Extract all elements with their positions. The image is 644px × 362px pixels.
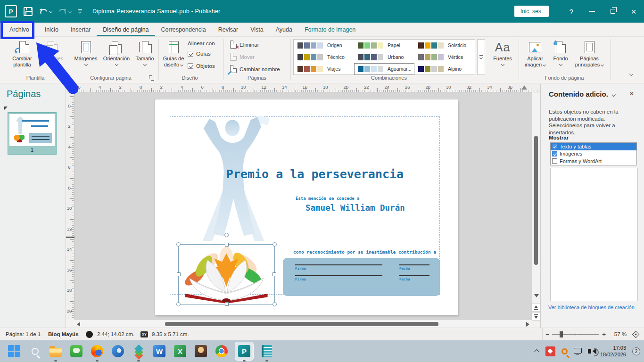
margins-button[interactable]: Márgenes: [72, 39, 100, 66]
zoom-out-button[interactable]: −: [543, 330, 552, 338]
apply-image-button[interactable]: Aplicar imagen: [521, 39, 549, 68]
minimize-button[interactable]: [582, 0, 603, 23]
taskbar-publisher[interactable]: P: [235, 342, 254, 361]
tray-magnifier-icon[interactable]: [561, 348, 568, 354]
size-button[interactable]: Tamaño: [133, 39, 157, 66]
scheme-urbano[interactable]: Urbano: [354, 51, 414, 63]
scheme-origen[interactable]: Origen: [294, 40, 354, 51]
resize-handle-se[interactable]: [272, 302, 277, 306]
undo-button[interactable]: [39, 8, 52, 15]
save-icon[interactable]: [24, 7, 33, 16]
zoom-slider[interactable]: [552, 334, 599, 335]
tab-diseno-de-pagina[interactable]: Diseño de página: [97, 23, 155, 36]
scheme-viajes[interactable]: Viajes: [294, 63, 354, 75]
taskbar-notes-app[interactable]: [259, 344, 274, 359]
certificate-subtitle[interactable]: Esta mención se concede a: [296, 196, 359, 201]
show-formas-y-wordart[interactable]: Formas y WordArt: [551, 157, 636, 165]
scheme-papel[interactable]: Papel: [354, 40, 414, 51]
previous-page-button[interactable]: [531, 304, 540, 312]
collapse-ribbon-icon[interactable]: [629, 72, 633, 76]
taskbar-start[interactable]: [7, 344, 22, 359]
taskbar-search[interactable]: [27, 344, 42, 359]
next-page-button[interactable]: [531, 313, 540, 321]
certificate-body-text[interactable]: como reconocimiento por su inestimable c…: [293, 249, 436, 255]
horizontal-scrollbar[interactable]: [74, 320, 532, 328]
zoom-level[interactable]: 57 %: [609, 331, 629, 337]
background-button[interactable]: Fondo: [550, 39, 571, 66]
scheme-alpino[interactable]: Alpino: [414, 63, 475, 75]
horizontal-scrollbar-thumb[interactable]: [165, 322, 438, 326]
rotation-handle[interactable]: [224, 233, 229, 237]
tab-archivo[interactable]: Archivo: [0, 23, 39, 36]
scroll-down-icon[interactable]: [534, 294, 539, 297]
checkbox-icon[interactable]: [552, 144, 557, 149]
scroll-left-icon[interactable]: [77, 322, 80, 327]
scheme-vertice[interactable]: Vértice: [414, 51, 475, 63]
schemes-more-button[interactable]: [477, 39, 485, 75]
customize-qat-button[interactable]: [78, 9, 82, 13]
network-icon[interactable]: [574, 348, 582, 354]
canvas[interactable]: Premio a la perseverancia Esta mención s…: [74, 92, 532, 320]
pane-close-icon[interactable]: ×: [629, 89, 634, 99]
taskbar-firefox[interactable]: [90, 344, 105, 359]
orientation-button[interactable]: Orientación: [101, 39, 132, 66]
delete-page-button[interactable]: × Eliminar: [230, 41, 259, 49]
scheme-aguamarina[interactable]: Aguamar...: [354, 63, 414, 75]
notification-badge[interactable]: 2: [632, 347, 640, 355]
scheme-fonts-button[interactable]: Aa Fuentes: [490, 39, 515, 66]
taskbar-thunderbird[interactable]: [110, 344, 125, 359]
taskbar-word[interactable]: W: [152, 344, 167, 359]
scheme-solsticio[interactable]: Solsticio: [414, 40, 475, 51]
resize-handle-e[interactable]: [272, 272, 276, 276]
certificate-title[interactable]: Premio a la perseverancia: [211, 167, 419, 181]
vertical-scrollbar-thumb[interactable]: [534, 136, 538, 265]
tab-revisar[interactable]: Revisar: [212, 23, 244, 36]
certificate-recipient-name[interactable]: Samuel William Durán: [305, 203, 405, 213]
building-blocks-link[interactable]: Ver biblioteca de bloques de creación: [548, 304, 635, 310]
signature-box[interactable]: Firma Fecha Firma Fecha: [283, 258, 440, 296]
change-template-button[interactable]: Cambiar plantilla: [7, 39, 38, 68]
rename-page-button[interactable]: Cambiar nombre: [230, 65, 280, 73]
show-imagenes[interactable]: Imágenes: [551, 150, 636, 158]
help-button[interactable]: ?: [561, 0, 582, 23]
horizontal-ruler[interactable]: 642024681012141618202224262830323436: [66, 84, 540, 92]
collapse-panel-icon[interactable]: [4, 107, 8, 110]
checkbox-icon[interactable]: [552, 158, 557, 164]
close-button[interactable]: ×: [623, 0, 644, 23]
tab-inicio[interactable]: Inicio: [39, 23, 65, 36]
tab-vista[interactable]: Vista: [244, 23, 270, 36]
resize-handle-n[interactable]: [225, 243, 229, 247]
volume-icon[interactable]: [588, 349, 591, 354]
align-objects-checkbox[interactable]: Objetos: [188, 63, 215, 69]
checkbox-icon[interactable]: [552, 151, 557, 156]
clock[interactable]: 17:03 18/02/2026: [600, 345, 626, 358]
taskbar-game-app[interactable]: [193, 344, 208, 359]
vertical-ruler[interactable]: 02468101214161820: [66, 92, 74, 319]
taskbar-excel[interactable]: X: [173, 344, 188, 359]
scheme-tecnico[interactable]: Técnico: [294, 51, 354, 63]
tab-insertar[interactable]: Insertar: [65, 23, 97, 36]
show-texto-y-tablas[interactable]: Texto y tablas: [551, 143, 636, 150]
vertical-scrollbar[interactable]: [532, 92, 540, 320]
fit-page-button[interactable]: [632, 330, 640, 338]
tray-overflow-icon[interactable]: [534, 349, 539, 354]
restore-button[interactable]: [603, 0, 623, 23]
tab-correspondencia[interactable]: Correspondencia: [155, 23, 212, 36]
resize-handle-sw[interactable]: [176, 302, 181, 306]
page-indicator[interactable]: Página: 1 de 1: [6, 328, 41, 340]
taskbar-bluestacks[interactable]: [69, 344, 84, 359]
tray-app-icon[interactable]: [545, 346, 555, 356]
align-guides-checkbox[interactable]: Guías: [188, 51, 211, 57]
taskbar-chrome[interactable]: [214, 344, 229, 359]
page-thumbnail[interactable]: 1: [8, 112, 57, 155]
tab-formato-de-imagen[interactable]: Formato de imagen: [298, 23, 362, 36]
taskbar-stack-app[interactable]: [131, 344, 146, 359]
resize-handle-ne[interactable]: [272, 242, 277, 247]
zoom-slider-thumb[interactable]: [560, 331, 563, 337]
document-page[interactable]: Premio a la perseverancia Esta mención s…: [155, 99, 458, 315]
scroll-right-icon[interactable]: [526, 322, 529, 327]
resize-handle-w[interactable]: [177, 272, 181, 276]
undo-dropdown-icon[interactable]: [49, 9, 52, 13]
resize-handle-s[interactable]: [225, 302, 229, 306]
sign-in-button[interactable]: Inic. ses.: [514, 6, 549, 17]
